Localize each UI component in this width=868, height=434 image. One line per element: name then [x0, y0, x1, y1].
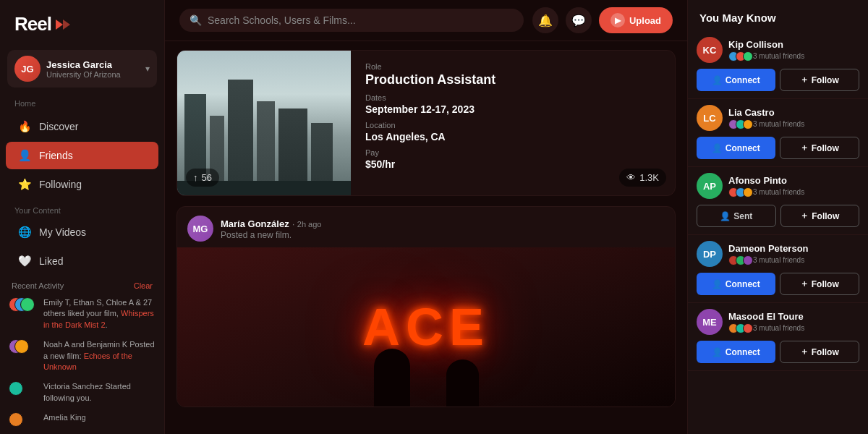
- neon-sign: ACE: [362, 297, 490, 357]
- film-thumbnail[interactable]: ACE: [177, 247, 675, 407]
- feed: Role Production Assistant Dates Septembe…: [165, 41, 687, 434]
- mutual-avatars-masood: [728, 323, 750, 333]
- logo-area: Reel: [0, 0, 164, 47]
- film-post-header: MG María González · 2h ago Posted a new …: [177, 207, 675, 247]
- suggestion-top-dameon: DP Dameon Peterson 3 mutual friends: [697, 241, 859, 267]
- user-name: Jessica Garcia: [46, 59, 140, 70]
- sidebar-item-discover[interactable]: 🔥 Discover: [6, 113, 158, 140]
- sent-icon-afonso: 👤: [720, 211, 731, 221]
- sugg-avatar-dameon: DP: [697, 241, 723, 267]
- mutual-avatars-lia: [728, 119, 750, 129]
- job-dates: September 12-17, 2023: [365, 103, 660, 115]
- user-profile[interactable]: JG Jessica Garcia University Of Arizona …: [7, 50, 157, 88]
- views-stat: 👁 1.3K: [619, 169, 666, 187]
- follow-button-dameon[interactable]: ＋ Follow: [780, 273, 860, 295]
- search-bar: 🔍: [179, 9, 524, 32]
- job-role-label: Role: [365, 62, 660, 71]
- job-role: Production Assistant: [365, 72, 660, 88]
- sidebar-item-my-videos[interactable]: 🌐 My Videos: [6, 218, 158, 246]
- silhouette-2: [446, 359, 479, 407]
- sugg-name-lia: Lia Castro: [728, 107, 859, 118]
- sugg-name-masood: Masood El Toure: [728, 311, 859, 322]
- connect-button-masood[interactable]: 👤 Connect: [697, 341, 775, 363]
- share-icon: ↑: [193, 172, 198, 183]
- connect-button-lia[interactable]: 👤 Connect: [697, 137, 775, 159]
- act-avatar-6: [9, 381, 23, 396]
- activity-text-3: Amelia King: [43, 412, 156, 423]
- mutual-av-6: [743, 119, 753, 129]
- shares-stat: ↑ 56: [186, 169, 219, 187]
- app-logo: Reel: [14, 13, 51, 35]
- sent-button-afonso[interactable]: 👤 Sent: [697, 205, 776, 227]
- following-icon: ⭐: [17, 177, 32, 192]
- connect-icon-dameon: 👤: [712, 279, 723, 289]
- poster-info: María González · 2h ago Posted a new fil…: [221, 217, 665, 240]
- suggestion-actions-masood: 👤 Connect ＋ Follow: [697, 341, 859, 363]
- poster-avatar: MG: [187, 216, 213, 242]
- follow-button-afonso[interactable]: ＋ Follow: [780, 205, 860, 227]
- follow-button-masood[interactable]: ＋ Follow: [780, 341, 860, 363]
- mutual-avatars-dameon: [728, 255, 750, 265]
- sugg-mutual-masood: 3 mutual friends: [728, 323, 859, 333]
- act-avatar-5: [14, 339, 29, 354]
- message-icon: 💬: [571, 14, 586, 27]
- recent-activity-header: Recent Activity Clear: [0, 276, 164, 293]
- search-icon: 🔍: [190, 14, 202, 26]
- activity-text-0: Emily T, Ethan S, Chloe A & 27 others li…: [43, 297, 156, 331]
- friends-label: Friends: [39, 150, 73, 161]
- sugg-info-masood: Masood El Toure 3 mutual friends: [728, 311, 859, 333]
- silhouette-1: [374, 349, 410, 407]
- right-panel: You May Know KC Kip Collison 3 mutual fr…: [687, 0, 868, 434]
- chevron-down-icon: ▾: [145, 64, 150, 74]
- job-stats: ↑ 56 👁 1.3K: [186, 169, 666, 187]
- suggestion-actions-afonso: 👤 Sent ＋ Follow: [697, 205, 859, 227]
- suggestion-top-lia: LC Lia Castro 3 mutual friends: [697, 105, 859, 131]
- upload-label: Upload: [629, 15, 661, 26]
- suggestion-actions-dameon: 👤 Connect ＋ Follow: [697, 273, 859, 295]
- clear-activity-button[interactable]: Clear: [134, 281, 153, 290]
- job-location-label: Location: [365, 121, 660, 129]
- following-label: Following: [39, 179, 82, 190]
- follow-button-kip[interactable]: ＋ Follow: [780, 69, 860, 91]
- my-videos-icon: 🌐: [17, 225, 32, 239]
- messages-button[interactable]: 💬: [566, 7, 592, 33]
- upload-icon: ▶: [610, 13, 625, 27]
- sidebar-item-following[interactable]: ⭐ Following: [6, 171, 158, 198]
- connect-icon-masood: 👤: [712, 347, 723, 357]
- sugg-name-dameon: Dameon Peterson: [728, 243, 859, 254]
- upload-button[interactable]: ▶ Upload: [599, 7, 673, 33]
- activity-item-0[interactable]: Emily T, Ethan S, Chloe A & 27 others li…: [0, 293, 164, 335]
- suggestion-afonso: AP Afonso Pinto 3 mutual friends 👤 Sent: [688, 167, 868, 235]
- connect-button-kip[interactable]: 👤 Connect: [697, 69, 775, 91]
- suggestion-top-kip: KC Kip Collison 3 mutual friends: [697, 37, 859, 63]
- you-may-know-title: You May Know: [688, 0, 868, 31]
- activity-avatars-0: [9, 297, 38, 318]
- suggestion-dameon: DP Dameon Peterson 3 mutual friends 👤 Co…: [688, 235, 868, 303]
- discover-icon: 🔥: [17, 119, 32, 134]
- activity-item-1[interactable]: Noah A and Benjamin K Posted a new film:…: [0, 335, 164, 377]
- notifications-button[interactable]: 🔔: [532, 7, 558, 33]
- suggestion-actions-lia: 👤 Connect ＋ Follow: [697, 137, 859, 159]
- plus-icon-afonso: ＋: [800, 210, 809, 222]
- sugg-info-lia: Lia Castro 3 mutual friends: [728, 107, 859, 129]
- content-section-label: Your Content: [0, 199, 164, 218]
- job-dates-label: Dates: [365, 93, 660, 102]
- sugg-name-afonso: Afonso Pinto: [728, 175, 859, 186]
- connect-button-dameon[interactable]: 👤 Connect: [697, 273, 775, 295]
- discover-label: Discover: [39, 121, 78, 132]
- suggestion-top-masood: ME Masood El Toure 3 mutual friends: [697, 309, 859, 335]
- sidebar-item-liked[interactable]: 🤍 Liked: [6, 247, 158, 275]
- suggestion-kip: KC Kip Collison 3 mutual friends 👤 Conne…: [688, 31, 868, 99]
- shares-count: 56: [202, 172, 212, 183]
- activity-item-2[interactable]: Victoria Sanchez Started following you.: [0, 377, 164, 408]
- main-area: 🔍 🔔 💬 ▶ Upload: [165, 0, 687, 434]
- film-silhouettes: [177, 349, 675, 407]
- activity-item-3[interactable]: Amelia King: [0, 408, 164, 434]
- mutual-av-9: [743, 187, 753, 197]
- post-time: 2h ago: [297, 220, 322, 229]
- sidebar-item-friends[interactable]: 👤 Friends: [6, 142, 158, 169]
- follow-button-lia[interactable]: ＋ Follow: [780, 137, 860, 159]
- sidebar: Reel JG Jessica Garcia University Of Ari…: [0, 0, 165, 434]
- poster-name[interactable]: María González · 2h ago: [221, 217, 665, 230]
- search-input[interactable]: [208, 14, 514, 26]
